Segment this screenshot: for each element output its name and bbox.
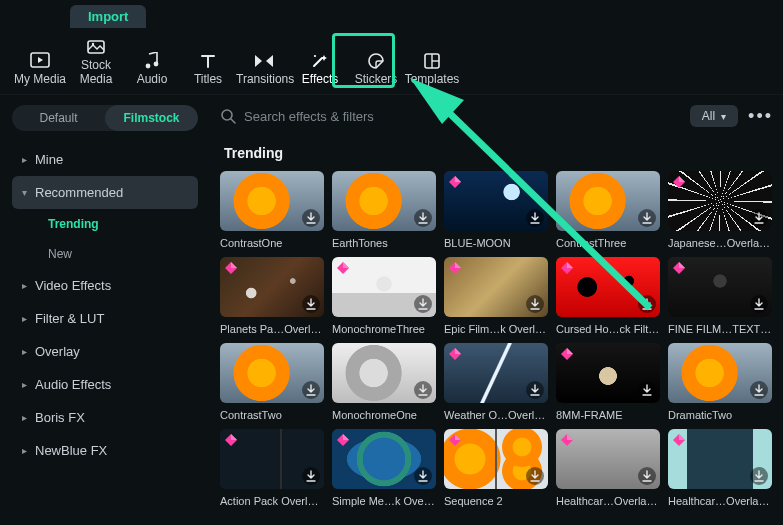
toggle-default[interactable]: Default [12, 105, 105, 131]
sidebar-sub-new[interactable]: New [12, 239, 198, 269]
effect-thumbnail[interactable] [220, 343, 324, 403]
effect-thumbnail[interactable] [668, 171, 772, 231]
sidebar-item-recommended[interactable]: ▾ Recommended [12, 176, 198, 209]
download-button[interactable] [750, 467, 768, 485]
sidebar-item-newblue-fx[interactable]: ▸ NewBlue FX [12, 434, 198, 467]
sidebar-item-filter-lut[interactable]: ▸ Filter & LUT [12, 302, 198, 335]
effect-thumbnail[interactable] [220, 257, 324, 317]
effect-label: Healthcar…Overlay 03 [556, 495, 660, 507]
tab-audio[interactable]: Audio [124, 50, 180, 94]
effect-thumbnail[interactable] [332, 171, 436, 231]
effect-card[interactable]: Healthcar…Overlay 04 [668, 429, 772, 507]
effect-card[interactable]: MonochromeThree [332, 257, 436, 335]
download-button[interactable] [750, 295, 768, 313]
effect-thumbnail[interactable] [332, 343, 436, 403]
sidebar-item-mine[interactable]: ▸ Mine [12, 143, 198, 176]
tab-stock-media[interactable]: Stock Media [68, 36, 124, 94]
download-button[interactable] [414, 209, 432, 227]
effect-thumbnail[interactable] [668, 429, 772, 489]
sidebar-item-video-effects[interactable]: ▸ Video Effects [12, 269, 198, 302]
svg-marker-36 [679, 262, 685, 268]
effect-card[interactable]: ContrastOne [220, 171, 324, 249]
download-button[interactable] [302, 209, 320, 227]
toggle-filmstock[interactable]: Filmstock [105, 105, 198, 131]
premium-badge-icon [672, 261, 686, 275]
tab-label: Stock Media [68, 58, 124, 86]
sidebar-item-boris-fx[interactable]: ▸ Boris FX [12, 401, 198, 434]
download-button[interactable] [526, 295, 544, 313]
tab-my-media[interactable]: My Media [12, 50, 68, 94]
download-button[interactable] [638, 381, 656, 399]
tab-templates[interactable]: Templates [404, 50, 460, 94]
effect-card[interactable]: Healthcar…Overlay 03 [556, 429, 660, 507]
download-button[interactable] [526, 209, 544, 227]
import-button[interactable]: Import [70, 5, 146, 28]
effect-thumbnail[interactable] [556, 171, 660, 231]
chevron-right-icon: ▸ [22, 379, 27, 390]
premium-badge-icon [672, 175, 686, 189]
search-input[interactable]: Search effects & filters [220, 108, 680, 124]
effect-card[interactable]: ContrastTwo [220, 343, 324, 421]
download-button[interactable] [302, 381, 320, 399]
effect-card[interactable]: Action Pack Overlay 1 [220, 429, 324, 507]
tab-label: Templates [404, 72, 460, 86]
effect-card[interactable]: Simple Me…k Overlay 1 [332, 429, 436, 507]
filter-label: All [702, 109, 715, 123]
download-button[interactable] [750, 381, 768, 399]
download-button[interactable] [526, 467, 544, 485]
sidebar-item-label: Boris FX [35, 410, 85, 425]
source-toggle: Default Filmstock [12, 105, 198, 131]
effect-thumbnail[interactable] [556, 343, 660, 403]
effect-thumbnail[interactable] [444, 343, 548, 403]
effect-thumbnail[interactable] [556, 257, 660, 317]
download-button[interactable] [414, 381, 432, 399]
effect-thumbnail[interactable] [220, 171, 324, 231]
effect-thumbnail[interactable] [444, 257, 548, 317]
effect-card[interactable]: 8MM-FRAME [556, 343, 660, 421]
effect-thumbnail[interactable] [444, 429, 548, 489]
download-button[interactable] [414, 295, 432, 313]
download-button[interactable] [638, 467, 656, 485]
effect-thumbnail[interactable] [668, 257, 772, 317]
sidebar-item-audio-effects[interactable]: ▸ Audio Effects [12, 368, 198, 401]
effect-card[interactable]: Planets Pa…Overlay 01 [220, 257, 324, 335]
download-button[interactable] [302, 467, 320, 485]
effect-card[interactable]: BLUE-MOON [444, 171, 548, 249]
sidebar-item-overlay[interactable]: ▸ Overlay [12, 335, 198, 368]
effect-card[interactable]: Japanese…Overlay 02 [668, 171, 772, 249]
sidebar-sub-trending[interactable]: Trending [12, 209, 198, 239]
effect-card[interactable]: Weather O…Overlay 01 [444, 343, 548, 421]
effect-label: ContrastTwo [220, 409, 324, 421]
effect-label: DramaticTwo [668, 409, 772, 421]
filter-all-dropdown[interactable]: All ▾ [690, 105, 738, 127]
effect-thumbnail[interactable] [444, 171, 548, 231]
effect-thumbnail[interactable] [332, 257, 436, 317]
effect-card[interactable]: EarthTones [332, 171, 436, 249]
tab-transitions[interactable]: Transitions [236, 50, 292, 94]
tab-titles[interactable]: Titles [180, 50, 236, 94]
effect-card[interactable]: Sequence 2 [444, 429, 548, 507]
download-button[interactable] [414, 467, 432, 485]
more-menu-button[interactable]: ••• [748, 106, 773, 127]
premium-badge-icon [448, 261, 462, 275]
effect-card[interactable]: Cursed Ho…ck Filter 01 [556, 257, 660, 335]
tab-effects[interactable]: Effects [292, 50, 348, 94]
tab-stickers[interactable]: Stickers [348, 50, 404, 94]
effect-thumbnail[interactable] [220, 429, 324, 489]
download-button[interactable] [526, 381, 544, 399]
effect-card[interactable]: MonochromeOne [332, 343, 436, 421]
effect-card[interactable]: FINE FILM…TEXTURE [668, 257, 772, 335]
effect-card[interactable]: DramaticTwo [668, 343, 772, 421]
effect-label: Planets Pa…Overlay 01 [220, 323, 324, 335]
effect-card[interactable]: Epic Film…k Overlay 12 [444, 257, 548, 335]
templates-icon [404, 50, 460, 72]
titles-icon [180, 50, 236, 72]
effect-thumbnail[interactable] [668, 343, 772, 403]
download-button[interactable] [638, 295, 656, 313]
download-button[interactable] [638, 209, 656, 227]
effect-thumbnail[interactable] [556, 429, 660, 489]
download-button[interactable] [750, 209, 768, 227]
effect-card[interactable]: ContrastThree [556, 171, 660, 249]
download-button[interactable] [302, 295, 320, 313]
effect-thumbnail[interactable] [332, 429, 436, 489]
